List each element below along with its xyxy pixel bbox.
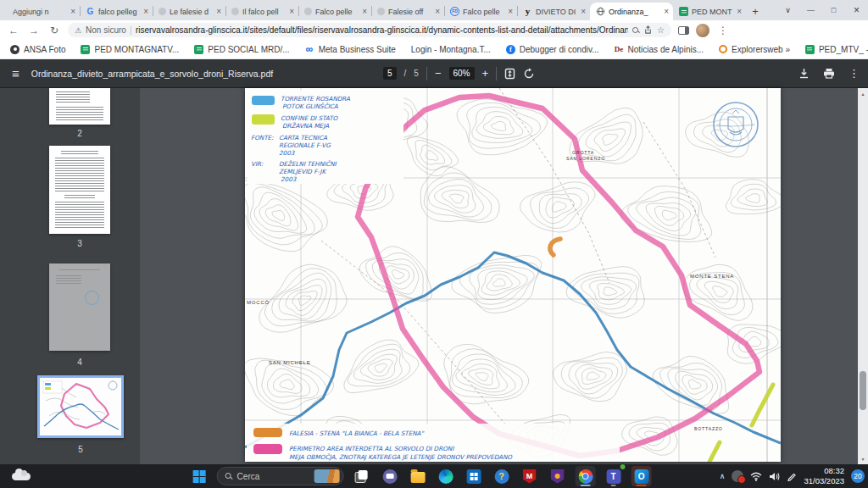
close-icon[interactable]: ×	[737, 8, 742, 16]
scrollbar-thumb[interactable]	[860, 371, 866, 410]
back-icon[interactable]: ←	[7, 25, 20, 36]
thumbnail-page-5-selected[interactable]	[37, 375, 124, 438]
shield-icon	[551, 469, 565, 484]
thumbnail-page-3[interactable]	[49, 146, 110, 234]
minimize-button[interactable]: —	[799, 0, 822, 20]
legend-swatch-border	[252, 114, 275, 125]
vertical-scrollbar[interactable]: ▲ ▼	[858, 88, 868, 464]
tab-strip: Aggiungi n × G falco pelleg × Le falesie…	[0, 0, 868, 20]
tab-falesie-off[interactable]: Falesie off ×	[371, 3, 444, 20]
zoom-out-button[interactable]: −	[435, 67, 442, 80]
maximize-button[interactable]: □	[822, 0, 845, 20]
page-number-input[interactable]: 5	[383, 67, 397, 80]
pdf-more-icon[interactable]: ⋮	[849, 67, 860, 80]
pen-icon[interactable]	[787, 471, 797, 481]
tab-falco-google[interactable]: G falco pelleg ×	[80, 3, 153, 20]
tab-falco-pelle[interactable]: Falco pelle ×	[298, 3, 371, 20]
pdf-page-controls: 5 / 5 − 60% +	[383, 59, 535, 87]
zoom-level-input[interactable]: 60%	[449, 67, 475, 80]
close-icon[interactable]: ×	[508, 8, 513, 16]
tab-ped-mont[interactable]: PED MONT ×	[673, 3, 746, 20]
bookmark-ped-mtv[interactable]: PED_MTV_ - Fogli G...	[805, 45, 868, 54]
reload-icon[interactable]: ↻	[47, 25, 61, 36]
share-icon[interactable]	[643, 25, 653, 35]
tab-ordinanza-active[interactable]: Ordinanza_ ×	[590, 3, 673, 20]
scroll-up-icon[interactable]: ▲	[858, 88, 868, 99]
close-icon[interactable]: ×	[664, 8, 669, 16]
bookmark-ped-social[interactable]: PED SOCIAL MRD/...	[194, 45, 289, 54]
security-shield-button[interactable]	[548, 466, 568, 486]
pdf-page-5-map: TORRENTE ROSANDRA POTOK GLINŠČICA CONFIN…	[245, 88, 781, 462]
start-button[interactable]	[189, 466, 209, 486]
task-view-button[interactable]	[352, 466, 372, 486]
url-text[interactable]: riservavalrosandra-glinscica.it/sites/de…	[136, 25, 628, 35]
print-icon[interactable]	[823, 68, 835, 79]
chevron-down-icon[interactable]: ∨	[776, 0, 799, 20]
close-icon[interactable]: ×	[435, 8, 440, 16]
side-panel-icon[interactable]	[678, 26, 689, 35]
y-favicon: y	[523, 7, 532, 16]
wifi-icon[interactable]	[750, 472, 762, 481]
notification-badge[interactable]: 20	[851, 469, 865, 483]
teams-button[interactable]: T	[604, 466, 624, 486]
close-icon[interactable]: ×	[70, 8, 75, 16]
tray-mcafee-icon[interactable]	[732, 470, 743, 482]
legend-fonte-line1: CARTA TECNICA	[279, 134, 327, 141]
close-icon[interactable]: ×	[581, 8, 586, 16]
download-icon[interactable]	[798, 68, 810, 79]
desnivel-icon: De	[615, 45, 624, 54]
bookmark-star-icon[interactable]: ☆	[657, 25, 665, 35]
profile-avatar[interactable]	[696, 24, 709, 37]
google-favicon: G	[86, 7, 95, 16]
bookmark-ansa[interactable]: ANSA Foto	[10, 45, 65, 54]
forward-icon[interactable]: →	[27, 25, 41, 36]
new-tab-button[interactable]: +	[746, 3, 765, 20]
url-omnibox[interactable]: ⚠ Non sicuro riservavalrosandra-glinscic…	[68, 23, 671, 37]
chat-button[interactable]	[380, 466, 400, 486]
zoom-in-button[interactable]: +	[482, 67, 489, 80]
legend-vir-line3: 2003	[281, 175, 298, 183]
scroll-down-icon[interactable]: ▼	[858, 453, 868, 464]
fit-page-icon[interactable]	[504, 68, 515, 80]
close-window-button[interactable]: ×	[845, 0, 868, 20]
bookmark-meta-business[interactable]: ∞ Meta Business Suite	[305, 45, 396, 54]
rotate-icon[interactable]	[523, 68, 535, 80]
bookmark-login-montagna[interactable]: Login - Montagna.T...	[411, 45, 491, 54]
edge-button[interactable]	[436, 466, 456, 486]
taskbar-search-box[interactable]: Cerca	[217, 467, 344, 485]
thumbnail-page-number: 3	[49, 239, 110, 248]
thumbnail-page-number: 5	[37, 445, 124, 454]
file-explorer-button[interactable]	[408, 466, 428, 486]
security-label[interactable]: Non sicuro	[86, 25, 126, 35]
store-button[interactable]	[464, 466, 484, 486]
close-icon[interactable]: ×	[143, 8, 148, 16]
close-icon[interactable]: ×	[362, 8, 367, 16]
tab-il-falco[interactable]: Il falco pell ×	[225, 3, 298, 20]
close-icon[interactable]: ×	[289, 8, 294, 16]
tab-aggiungi[interactable]: Aggiungi n ×	[7, 3, 80, 20]
bookmark-noticias[interactable]: De Noticias de Alpinis...	[615, 45, 704, 54]
search-zoom-icon[interactable]	[632, 27, 639, 34]
help-button[interactable]: ?	[492, 466, 512, 486]
tray-chevron-up-icon[interactable]: ∧	[720, 472, 726, 480]
bookmark-label: Explorersweb »	[732, 45, 790, 54]
pdf-menu-icon[interactable]: ≡	[12, 66, 19, 80]
taskbar-clock[interactable]: 08:32 31/03/2023	[804, 466, 844, 486]
chrome-button[interactable]	[576, 466, 596, 486]
bookmark-ped-montagnatv[interactable]: PED MONTAGNATV...	[81, 45, 179, 54]
thumbnail-page-2[interactable]	[49, 88, 110, 125]
outlook-button[interactable]: O	[632, 466, 652, 486]
tab-le-falesie[interactable]: Le falesie d ×	[153, 3, 225, 20]
bookmark-explorersweb[interactable]: Explorersweb »	[719, 45, 790, 54]
chat-icon	[382, 469, 397, 484]
bookmark-debugger[interactable]: f Debugger di condiv...	[506, 45, 599, 54]
mcafee-button[interactable]: M	[520, 466, 540, 486]
facebook-icon: f	[506, 45, 515, 54]
weather-widget[interactable]	[12, 466, 41, 486]
tab-falco-fd[interactable]: FD Falco pelle ×	[444, 3, 517, 20]
volume-icon[interactable]	[769, 472, 780, 481]
close-icon[interactable]: ×	[216, 8, 221, 16]
browser-menu-icon[interactable]: ⋮	[716, 25, 730, 36]
thumbnail-page-4[interactable]	[49, 263, 110, 351]
tab-divieto[interactable]: y DIVIETO DI ×	[517, 3, 590, 20]
